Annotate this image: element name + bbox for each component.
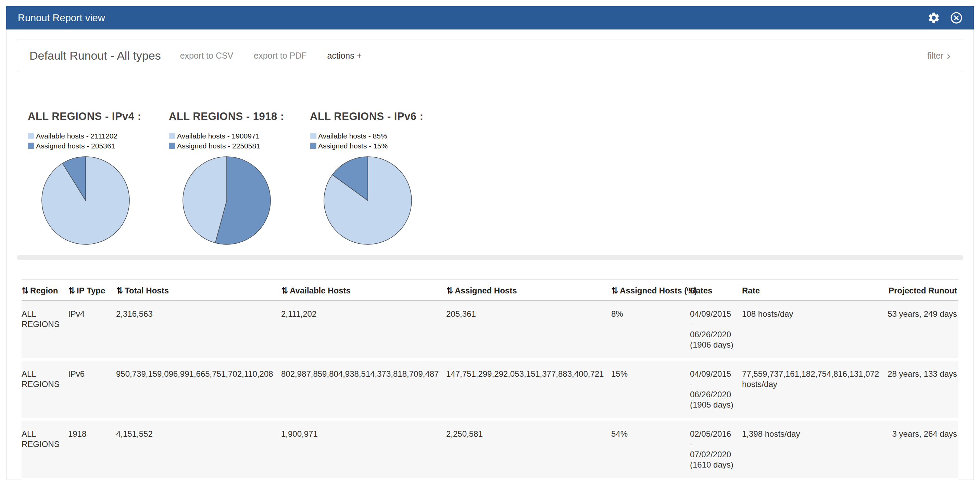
column-header-assigned-pct[interactable]: ⇅Assigned Hosts (%)	[611, 280, 690, 301]
pie-ipv6	[323, 156, 413, 246]
legend-label: Available hosts - 2111202	[36, 132, 118, 140]
sort-icon: ⇅	[611, 286, 617, 295]
cell-available-hosts: 2,111,202	[281, 301, 446, 359]
cell-assigned-pct: 15%	[611, 359, 690, 420]
charts-section: ALL REGIONS - IPv4 : Available hosts - 2…	[6, 110, 974, 246]
column-header-dates: Dates	[690, 280, 742, 301]
legend-label: Available hosts - 85%	[318, 132, 387, 140]
legend-item: Assigned hosts - 2250581	[169, 141, 310, 151]
cell-total-hosts: 4,151,552	[116, 420, 281, 479]
legend-swatch-available	[310, 133, 317, 139]
cell-rate: 108 hosts/day	[742, 301, 882, 359]
cell-total-hosts: 2,316,563	[116, 301, 281, 359]
cell-assigned-pct: 54%	[611, 420, 690, 479]
legend-label: Assigned hosts - 205361	[36, 142, 115, 150]
column-label: IP Type	[77, 286, 105, 295]
toolbar: Default Runout - All types export to CSV…	[17, 39, 963, 72]
legend-item: Available hosts - 1900971	[169, 131, 310, 141]
table-row-1918: ALL REGIONS 1918 4,151,552 1,900,971 2,2…	[22, 420, 958, 479]
sort-icon: ⇅	[22, 286, 28, 295]
cell-rate: 1,398 hosts/day	[742, 420, 882, 479]
legend-swatch-assigned	[28, 143, 34, 149]
filter-label: filter	[927, 51, 943, 61]
chart-title: ALL REGIONS - IPv6 :	[310, 110, 451, 123]
legend-label: Assigned hosts - 2250581	[177, 142, 260, 150]
cell-assigned-hosts: 205,361	[446, 301, 611, 359]
legend-label: Assigned hosts - 15%	[318, 142, 388, 150]
cell-projected-runout: 53 years, 249 days	[882, 301, 958, 359]
chart-legend: Available hosts - 2111202 Assigned hosts…	[28, 131, 169, 151]
legend-item: Assigned hosts - 205361	[28, 141, 169, 151]
runout-report-window: Runout Report view Default Runout - A	[0, 0, 980, 495]
window-titlebar: Runout Report view	[6, 6, 974, 29]
filter-toggle[interactable]: filter ›	[927, 50, 951, 61]
cell-available-hosts: 802,987,859,804,938,514,373,818,709,487	[281, 359, 446, 420]
cell-assigned-pct: 8%	[611, 301, 690, 359]
column-label: Projected Runout	[889, 286, 957, 295]
table-row-ipv4: ALL REGIONS IPv4 2,316,563 2,111,202 205…	[22, 301, 958, 359]
sort-icon: ⇅	[281, 286, 287, 295]
column-label: Assigned Hosts	[455, 286, 517, 295]
cell-ip-type: IPv6	[68, 359, 116, 420]
legend-swatch-assigned	[310, 143, 317, 149]
cell-ip-type: 1918	[68, 420, 116, 479]
column-label: Available Hosts	[290, 286, 351, 295]
export-csv-link[interactable]: export to CSV	[180, 51, 234, 61]
cell-available-hosts: 1,900,971	[281, 420, 446, 479]
runout-table: ⇅Region ⇅IP Type ⇅Total Hosts ⇅Available…	[22, 279, 958, 481]
cell-projected-runout: 28 years, 133 days	[882, 359, 958, 420]
chart-title: ALL REGIONS - IPv4 :	[28, 110, 169, 123]
column-label: Dates	[690, 286, 712, 295]
column-header-projected-runout: Projected Runout	[882, 280, 958, 301]
legend-label: Available hosts - 1900971	[177, 132, 259, 140]
column-header-region[interactable]: ⇅Region	[22, 280, 68, 301]
cell-region: ALL REGIONS	[22, 301, 68, 359]
sort-icon: ⇅	[68, 286, 74, 295]
actions-menu-button[interactable]: actions +	[327, 51, 362, 61]
legend-swatch-available	[28, 133, 34, 139]
export-pdf-link[interactable]: export to PDF	[254, 51, 307, 61]
close-icon[interactable]	[949, 11, 964, 25]
pie-chart-1918: ALL REGIONS - 1918 : Available hosts - 1…	[169, 110, 310, 246]
sort-icon: ⇅	[446, 286, 452, 295]
cell-projected-runout: 3 years, 264 days	[882, 420, 958, 479]
cell-dates: 02/05/2016 - 07/02/2020 (1610 days)	[690, 420, 742, 479]
cell-region: ALL REGIONS	[22, 359, 68, 420]
legend-item: Available hosts - 2111202	[28, 131, 169, 141]
chevron-right-icon: ›	[947, 50, 951, 61]
column-label: Rate	[742, 286, 760, 295]
cell-region: ALL REGIONS	[22, 420, 68, 479]
pie-1918	[182, 156, 272, 246]
close-icon-glyph	[950, 11, 963, 24]
cell-assigned-hosts: 2,250,581	[446, 420, 611, 479]
cell-total-hosts: 950,739,159,096,991,665,751,702,110,208	[116, 359, 281, 420]
cell-dates: 04/09/2015 - 06/26/2020 (1906 days)	[690, 301, 742, 359]
chart-title: ALL REGIONS - 1918 :	[169, 110, 310, 123]
pie-chart-ipv6: ALL REGIONS - IPv6 : Available hosts - 8…	[310, 110, 451, 246]
cell-rate: 77,559,737,161,182,754,816,131,072 hosts…	[742, 359, 882, 420]
cell-ip-type: IPv4	[68, 301, 116, 359]
horizontal-scrollbar[interactable]	[17, 255, 963, 260]
window-title: Runout Report view	[18, 12, 105, 24]
legend-item: Assigned hosts - 15%	[310, 141, 451, 151]
chart-legend: Available hosts - 85% Assigned hosts - 1…	[310, 131, 451, 151]
column-label: Total Hosts	[125, 286, 169, 295]
legend-item: Available hosts - 85%	[310, 131, 451, 141]
cell-dates: 04/09/2015 - 06/26/2020 (1905 days)	[690, 359, 742, 420]
sort-icon: ⇅	[116, 286, 122, 295]
chart-legend: Available hosts - 1900971 Assigned hosts…	[169, 131, 310, 151]
column-label: Region	[30, 286, 58, 295]
report-title: Default Runout - All types	[29, 49, 161, 62]
column-header-ip-type[interactable]: ⇅IP Type	[68, 280, 116, 301]
column-header-total-hosts[interactable]: ⇅Total Hosts	[116, 280, 281, 301]
column-header-assigned-hosts[interactable]: ⇅Assigned Hosts	[446, 280, 611, 301]
legend-swatch-assigned	[169, 143, 175, 149]
settings-gear-icon[interactable]	[927, 11, 941, 25]
gear-icon-glyph	[927, 11, 940, 24]
column-header-available-hosts[interactable]: ⇅Available Hosts	[281, 280, 446, 301]
table-row-ipv6: ALL REGIONS IPv6 950,739,159,096,991,665…	[22, 359, 958, 420]
table-header-row: ⇅Region ⇅IP Type ⇅Total Hosts ⇅Available…	[22, 280, 958, 301]
column-label: Assigned Hosts (%)	[620, 286, 697, 295]
pie-chart-ipv4: ALL REGIONS - IPv4 : Available hosts - 2…	[28, 110, 169, 246]
cell-assigned-hosts: 147,751,299,292,053,151,377,883,400,721	[446, 359, 611, 420]
